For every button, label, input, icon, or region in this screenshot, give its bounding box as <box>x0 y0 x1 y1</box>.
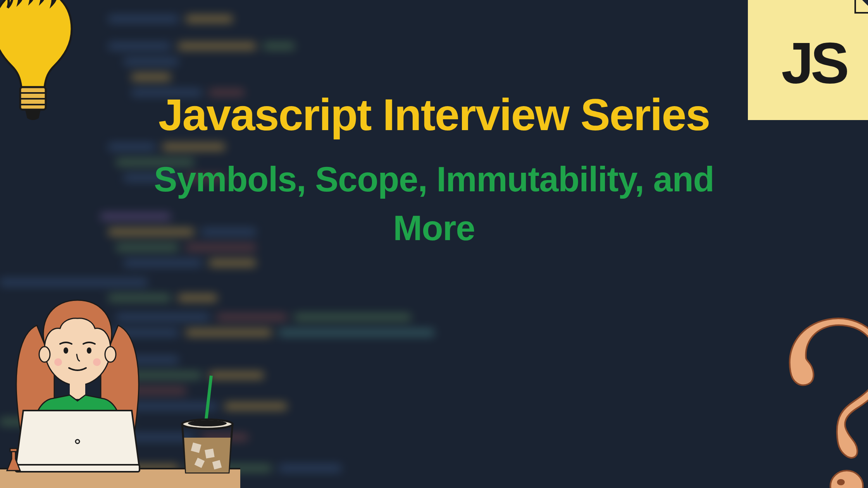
svg-rect-18 <box>10 448 17 452</box>
svg-point-4 <box>830 471 863 488</box>
lightbulb-icon <box>0 0 78 128</box>
js-badge-text: JS <box>781 30 846 97</box>
subtitle: Symbols, Scope, Immutability, and More <box>124 155 744 253</box>
main-title: Javascript Interview Series <box>158 89 710 140</box>
svg-point-12 <box>93 358 101 366</box>
svg-point-5 <box>837 479 845 485</box>
svg-rect-23 <box>205 448 214 458</box>
svg-point-10 <box>87 347 91 354</box>
person-with-laptop-illustration <box>0 271 240 488</box>
svg-point-21 <box>188 420 227 426</box>
svg-point-9 <box>64 347 68 354</box>
svg-rect-16 <box>16 465 140 472</box>
js-logo-badge: JS <box>748 0 868 120</box>
question-mark-icon <box>771 318 868 488</box>
svg-line-19 <box>205 376 211 426</box>
svg-point-14 <box>105 347 116 362</box>
svg-point-11 <box>54 358 62 366</box>
svg-point-13 <box>39 347 50 362</box>
